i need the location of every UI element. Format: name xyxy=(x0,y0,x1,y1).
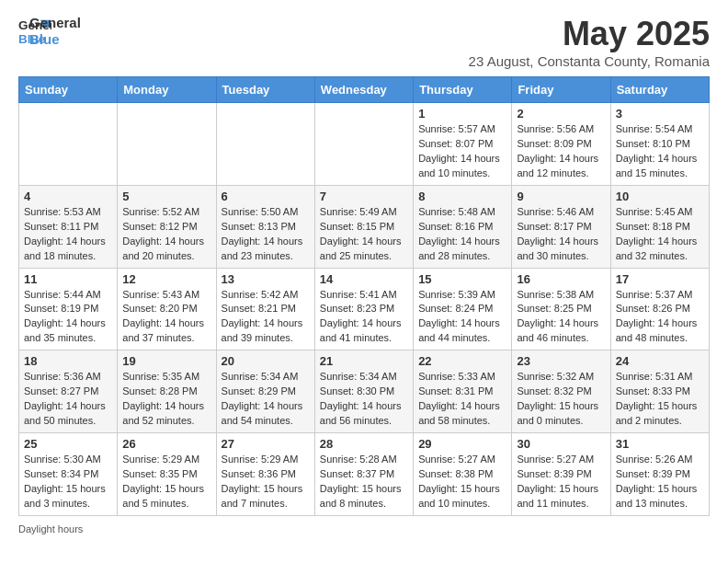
cell-w1-d4 xyxy=(314,103,413,186)
day-num-29: 29 xyxy=(418,437,506,451)
day-num-22: 22 xyxy=(418,354,506,368)
cell-w5-d6: 30Sunrise: 5:27 AM Sunset: 8:39 PM Dayli… xyxy=(512,433,610,516)
cell-w4-d7: 24Sunrise: 5:31 AM Sunset: 8:33 PM Dayli… xyxy=(610,350,709,433)
day-info-7: Sunrise: 5:49 AM Sunset: 8:15 PM Dayligh… xyxy=(320,205,408,264)
day-num-5: 5 xyxy=(122,190,210,203)
cell-w4-d1: 18Sunrise: 5:36 AM Sunset: 8:27 PM Dayli… xyxy=(19,350,118,433)
day-info-29: Sunrise: 5:27 AM Sunset: 8:38 PM Dayligh… xyxy=(418,453,506,511)
day-num-16: 16 xyxy=(517,272,605,286)
day-info-23: Sunrise: 5:32 AM Sunset: 8:32 PM Dayligh… xyxy=(517,370,605,429)
week-row-1: 1Sunrise: 5:57 AM Sunset: 8:07 PM Daylig… xyxy=(19,103,710,186)
day-num-26: 26 xyxy=(122,437,210,451)
cell-w3-d2: 12Sunrise: 5:43 AM Sunset: 8:20 PM Dayli… xyxy=(118,268,216,350)
day-num-1: 1 xyxy=(418,107,506,121)
week-row-4: 18Sunrise: 5:36 AM Sunset: 8:27 PM Dayli… xyxy=(19,350,710,433)
cell-w1-d1 xyxy=(19,103,118,186)
day-info-9: Sunrise: 5:46 AM Sunset: 8:17 PM Dayligh… xyxy=(517,205,605,264)
day-info-30: Sunrise: 5:27 AM Sunset: 8:39 PM Dayligh… xyxy=(517,453,605,511)
cell-w3-d6: 16Sunrise: 5:38 AM Sunset: 8:25 PM Dayli… xyxy=(512,268,610,350)
cell-w2-d2: 5Sunrise: 5:52 AM Sunset: 8:12 PM Daylig… xyxy=(118,185,216,268)
day-info-31: Sunrise: 5:26 AM Sunset: 8:39 PM Dayligh… xyxy=(616,453,704,511)
cell-w2-d4: 7Sunrise: 5:49 AM Sunset: 8:15 PM Daylig… xyxy=(314,185,413,268)
day-num-18: 18 xyxy=(24,354,112,368)
cell-w5-d1: 25Sunrise: 5:30 AM Sunset: 8:34 PM Dayli… xyxy=(19,433,118,516)
header-sunday: Sunday xyxy=(19,77,118,103)
cell-w2-d6: 9Sunrise: 5:46 AM Sunset: 8:17 PM Daylig… xyxy=(512,185,610,268)
day-num-2: 2 xyxy=(517,107,605,121)
day-num-12: 12 xyxy=(122,272,210,286)
day-info-12: Sunrise: 5:43 AM Sunset: 8:20 PM Dayligh… xyxy=(122,288,210,347)
day-info-20: Sunrise: 5:34 AM Sunset: 8:29 PM Dayligh… xyxy=(222,370,310,429)
day-info-16: Sunrise: 5:38 AM Sunset: 8:25 PM Dayligh… xyxy=(517,288,605,347)
header-saturday: Saturday xyxy=(610,77,709,103)
day-info-5: Sunrise: 5:52 AM Sunset: 8:12 PM Dayligh… xyxy=(122,205,210,264)
header-tuesday: Tuesday xyxy=(216,77,314,103)
day-info-28: Sunrise: 5:28 AM Sunset: 8:37 PM Dayligh… xyxy=(320,453,408,511)
cell-w3-d5: 15Sunrise: 5:39 AM Sunset: 8:24 PM Dayli… xyxy=(414,268,512,350)
day-info-19: Sunrise: 5:35 AM Sunset: 8:28 PM Dayligh… xyxy=(122,370,210,429)
day-num-10: 10 xyxy=(616,190,704,203)
day-info-11: Sunrise: 5:44 AM Sunset: 8:19 PM Dayligh… xyxy=(24,288,112,347)
day-info-25: Sunrise: 5:30 AM Sunset: 8:34 PM Dayligh… xyxy=(24,453,112,511)
header-thursday: Thursday xyxy=(414,77,512,103)
cell-w3-d7: 17Sunrise: 5:37 AM Sunset: 8:26 PM Dayli… xyxy=(610,268,709,350)
cell-w5-d4: 28Sunrise: 5:28 AM Sunset: 8:37 PM Dayli… xyxy=(314,433,413,516)
cell-w5-d7: 31Sunrise: 5:26 AM Sunset: 8:39 PM Dayli… xyxy=(610,433,709,516)
cell-w1-d7: 3Sunrise: 5:54 AM Sunset: 8:10 PM Daylig… xyxy=(610,103,709,186)
footer: Daylight hours xyxy=(18,523,710,534)
daylight-label: Daylight hours xyxy=(18,523,83,534)
cell-w1-d5: 1Sunrise: 5:57 AM Sunset: 8:07 PM Daylig… xyxy=(414,103,512,186)
day-num-9: 9 xyxy=(517,190,605,203)
subtitle: 23 August, Constanta County, Romania xyxy=(469,53,710,69)
cell-w4-d5: 22Sunrise: 5:33 AM Sunset: 8:31 PM Dayli… xyxy=(414,350,512,433)
day-info-3: Sunrise: 5:54 AM Sunset: 8:10 PM Dayligh… xyxy=(616,122,704,181)
header-wednesday: Wednesday xyxy=(314,77,413,103)
day-num-7: 7 xyxy=(320,190,408,203)
day-num-30: 30 xyxy=(517,437,605,451)
day-info-15: Sunrise: 5:39 AM Sunset: 8:24 PM Dayligh… xyxy=(418,288,506,347)
cell-w5-d5: 29Sunrise: 5:27 AM Sunset: 8:38 PM Dayli… xyxy=(414,433,512,516)
cell-w4-d4: 21Sunrise: 5:34 AM Sunset: 8:30 PM Dayli… xyxy=(314,350,413,433)
logo-general: General xyxy=(29,15,81,31)
day-num-15: 15 xyxy=(418,272,506,286)
day-info-6: Sunrise: 5:50 AM Sunset: 8:13 PM Dayligh… xyxy=(222,205,310,264)
cell-w1-d6: 2Sunrise: 5:56 AM Sunset: 8:09 PM Daylig… xyxy=(512,103,610,186)
cell-w4-d2: 19Sunrise: 5:35 AM Sunset: 8:28 PM Dayli… xyxy=(118,350,216,433)
header-monday: Monday xyxy=(118,77,216,103)
week-row-5: 25Sunrise: 5:30 AM Sunset: 8:34 PM Dayli… xyxy=(19,433,710,516)
cell-w2-d1: 4Sunrise: 5:53 AM Sunset: 8:11 PM Daylig… xyxy=(19,185,118,268)
day-info-13: Sunrise: 5:42 AM Sunset: 8:21 PM Dayligh… xyxy=(222,288,310,347)
day-num-20: 20 xyxy=(222,354,310,368)
weekday-header-row: SundayMondayTuesdayWednesdayThursdayFrid… xyxy=(19,77,710,103)
day-info-10: Sunrise: 5:45 AM Sunset: 8:18 PM Dayligh… xyxy=(616,205,704,264)
cell-w3-d1: 11Sunrise: 5:44 AM Sunset: 8:19 PM Dayli… xyxy=(19,268,118,350)
day-info-18: Sunrise: 5:36 AM Sunset: 8:27 PM Dayligh… xyxy=(24,370,112,429)
day-info-2: Sunrise: 5:56 AM Sunset: 8:09 PM Dayligh… xyxy=(517,122,605,181)
calendar-table: SundayMondayTuesdayWednesdayThursdayFrid… xyxy=(18,76,710,516)
day-info-1: Sunrise: 5:57 AM Sunset: 8:07 PM Dayligh… xyxy=(418,122,506,181)
header: General Blue General Blue May 2025 23 Au… xyxy=(18,15,710,69)
day-info-17: Sunrise: 5:37 AM Sunset: 8:26 PM Dayligh… xyxy=(616,288,704,347)
day-num-19: 19 xyxy=(122,354,210,368)
cell-w2-d3: 6Sunrise: 5:50 AM Sunset: 8:13 PM Daylig… xyxy=(216,185,314,268)
day-num-13: 13 xyxy=(222,272,310,286)
day-num-24: 24 xyxy=(616,354,704,368)
day-num-14: 14 xyxy=(320,272,408,286)
day-num-4: 4 xyxy=(24,190,112,203)
day-num-8: 8 xyxy=(418,190,506,203)
day-num-3: 3 xyxy=(616,107,704,121)
cell-w5-d3: 27Sunrise: 5:29 AM Sunset: 8:36 PM Dayli… xyxy=(216,433,314,516)
cell-w1-d2 xyxy=(118,103,216,186)
day-num-21: 21 xyxy=(320,354,408,368)
day-num-23: 23 xyxy=(517,354,605,368)
title-block: May 2025 23 August, Constanta County, Ro… xyxy=(469,15,710,69)
day-info-24: Sunrise: 5:31 AM Sunset: 8:33 PM Dayligh… xyxy=(616,370,704,429)
cell-w2-d5: 8Sunrise: 5:48 AM Sunset: 8:16 PM Daylig… xyxy=(414,185,512,268)
header-friday: Friday xyxy=(512,77,610,103)
day-num-11: 11 xyxy=(24,272,112,286)
cell-w5-d2: 26Sunrise: 5:29 AM Sunset: 8:35 PM Dayli… xyxy=(118,433,216,516)
cell-w2-d7: 10Sunrise: 5:45 AM Sunset: 8:18 PM Dayli… xyxy=(610,185,709,268)
week-row-3: 11Sunrise: 5:44 AM Sunset: 8:19 PM Dayli… xyxy=(19,268,710,350)
week-row-2: 4Sunrise: 5:53 AM Sunset: 8:11 PM Daylig… xyxy=(19,185,710,268)
day-num-25: 25 xyxy=(24,437,112,451)
